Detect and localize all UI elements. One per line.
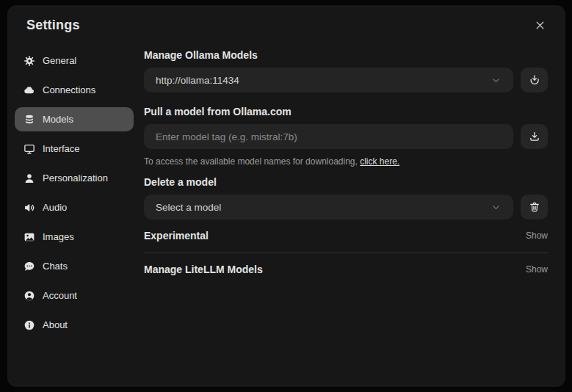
database-icon xyxy=(23,114,35,126)
sidebar-item-general[interactable]: General xyxy=(15,48,134,73)
sidebar-item-interface[interactable]: Interface xyxy=(15,137,134,161)
sidebar-item-label: Images xyxy=(43,231,74,242)
manage-ollama-heading: Manage Ollama Models xyxy=(144,49,548,61)
settings-sidebar: General Connections Models xyxy=(15,48,134,342)
sidebar-item-label: General xyxy=(43,55,76,66)
sidebar-item-label: Connections xyxy=(43,84,95,95)
ollama-url-select[interactable]: http://ollama:11434 xyxy=(144,68,513,92)
sidebar-item-account[interactable]: Account xyxy=(15,283,134,308)
litellm-row: Manage LiteLLM Models Show xyxy=(144,264,548,275)
chevron-down-icon xyxy=(490,75,502,86)
section-divider xyxy=(144,253,548,253)
click-here-link[interactable]: click here. xyxy=(360,156,399,167)
speaker-icon xyxy=(23,202,35,214)
download-tray-icon xyxy=(529,131,540,142)
close-button[interactable] xyxy=(532,17,548,33)
sidebar-item-personalization[interactable]: Personalization xyxy=(15,166,134,190)
sidebar-item-label: Models xyxy=(43,114,73,125)
sidebar-item-label: Personalization xyxy=(43,173,108,184)
pull-model-heading: Pull a model from Ollama.com xyxy=(144,106,548,117)
experimental-heading: Experimental xyxy=(144,230,209,242)
info-icon xyxy=(23,319,35,331)
settings-dialog: Settings xyxy=(7,5,565,387)
sidebar-item-chats[interactable]: Chats xyxy=(15,254,134,278)
manage-models-download-button[interactable] xyxy=(521,68,548,92)
trash-icon xyxy=(529,201,540,213)
models-settings-panel: Manage Ollama Models http://ollama:11434 xyxy=(144,48,548,342)
experimental-show-toggle[interactable]: Show xyxy=(526,231,548,241)
gear-icon xyxy=(23,55,35,67)
sidebar-item-images[interactable]: Images xyxy=(15,225,134,249)
cloud-icon xyxy=(23,84,35,96)
dialog-body: General Connections Models xyxy=(15,48,548,342)
user-icon xyxy=(23,173,35,184)
experimental-row: Experimental Show xyxy=(144,230,548,242)
delete-model-select[interactable]: Select a model xyxy=(144,195,513,219)
photo-icon xyxy=(23,231,35,243)
helper-text: To access the available model names for … xyxy=(144,156,360,167)
sidebar-item-label: Chats xyxy=(43,261,68,272)
sidebar-item-models[interactable]: Models xyxy=(15,107,134,131)
sidebar-item-connections[interactable]: Connections xyxy=(15,78,134,102)
litellm-heading: Manage LiteLLM Models xyxy=(144,264,263,275)
delete-model-button[interactable] xyxy=(521,195,548,219)
sidebar-item-audio[interactable]: Audio xyxy=(15,195,134,219)
model-tag-input[interactable] xyxy=(144,124,513,149)
delete-model-select-value: Select a model xyxy=(156,202,221,213)
delete-model-heading: Delete a model xyxy=(144,176,548,188)
sidebar-item-label: About xyxy=(43,319,68,330)
monitor-icon xyxy=(23,143,35,155)
chevron-down-icon xyxy=(490,202,502,213)
sidebar-item-about[interactable]: About xyxy=(15,313,134,337)
dialog-title: Settings xyxy=(26,18,80,33)
pull-model-helper: To access the available model names for … xyxy=(144,156,548,167)
download-icon xyxy=(529,74,540,86)
user-circle-icon xyxy=(23,290,35,302)
dialog-header: Settings xyxy=(15,17,548,33)
ollama-url-select-value: http://ollama:11434 xyxy=(156,75,239,86)
x-icon xyxy=(534,19,546,32)
sidebar-item-label: Interface xyxy=(43,143,80,154)
chat-bubble-icon xyxy=(23,261,35,272)
litellm-show-toggle[interactable]: Show xyxy=(526,264,548,275)
sidebar-item-label: Audio xyxy=(43,202,67,213)
pull-model-download-button[interactable] xyxy=(521,124,548,149)
sidebar-item-label: Account xyxy=(43,290,77,301)
